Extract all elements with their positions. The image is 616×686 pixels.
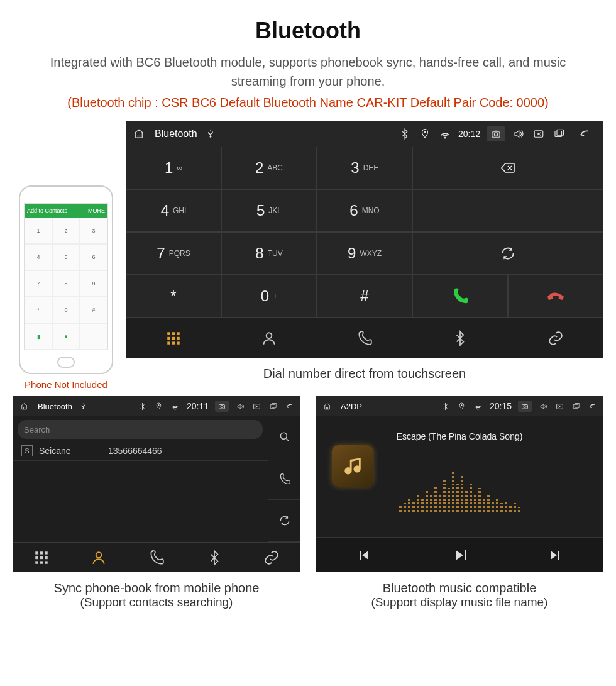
recent-apps-icon[interactable] <box>268 401 278 411</box>
page-title: Bluetooth <box>0 0 616 53</box>
page-spec: (Bluetooth chip : CSR BC6 Default Blueto… <box>0 91 616 121</box>
phone-mock-caption: Phone Not Included <box>13 374 119 390</box>
close-icon[interactable] <box>532 127 546 141</box>
home-icon[interactable] <box>132 127 146 141</box>
key-2[interactable]: 2ABC <box>221 147 317 189</box>
dialer-panel: Bluetooth 20:12 1∞2ABC3DEF4GHI5JKL6MNO7P… <box>126 121 603 358</box>
tab-pair[interactable] <box>508 318 603 358</box>
key-0[interactable]: 0+ <box>221 275 317 318</box>
key-5[interactable]: 5JKL <box>221 189 317 232</box>
tab-contacts[interactable] <box>221 318 317 358</box>
volume-icon[interactable] <box>235 401 245 411</box>
wifi-icon <box>473 401 483 411</box>
mock-bar-left: Add to Contacts <box>27 207 67 214</box>
contacts-tabs <box>13 542 300 572</box>
back-icon[interactable] <box>284 401 294 411</box>
location-icon <box>154 401 164 411</box>
key-6[interactable]: 6MNO <box>317 189 412 232</box>
tab-bluetooth[interactable] <box>185 542 243 572</box>
camera-icon[interactable] <box>215 401 229 412</box>
usb-icon <box>204 127 217 141</box>
statusbar-title: A2DP <box>338 402 362 411</box>
camera-icon[interactable] <box>518 401 532 412</box>
contact-number: 13566664466 <box>108 446 162 456</box>
key-8[interactable]: 8TUV <box>221 232 317 275</box>
key-9[interactable]: 9WXYZ <box>317 232 412 275</box>
dialer-caption: Dial number direct from touchscreen <box>126 358 603 390</box>
dialer-tabs <box>126 318 603 358</box>
mock-keypad: 123 456 789 *0# ▮●⋮ <box>25 218 107 350</box>
tab-keypad[interactable] <box>126 318 221 358</box>
recent-apps-icon[interactable] <box>571 401 581 411</box>
tab-bluetooth[interactable] <box>412 318 508 358</box>
wifi-icon <box>170 401 180 411</box>
contacts-sync-button[interactable] <box>268 500 300 542</box>
camera-icon[interactable] <box>487 126 505 141</box>
mock-bar-right: MORE <box>88 207 105 214</box>
wifi-icon <box>438 127 452 141</box>
contacts-search-button[interactable] <box>268 416 300 458</box>
statusbar-title: Bluetooth <box>35 402 72 411</box>
back-icon[interactable] <box>572 127 597 141</box>
location-icon <box>418 127 432 141</box>
tab-contacts[interactable] <box>70 542 128 572</box>
close-icon[interactable] <box>251 401 261 411</box>
contact-badge: S <box>21 445 33 456</box>
key-*[interactable]: * <box>126 275 221 318</box>
contacts-caption: Sync phone-book from mobile phone (Suppo… <box>13 572 300 618</box>
bluetooth-icon <box>398 127 412 141</box>
tab-recent-calls[interactable] <box>317 318 412 358</box>
tab-pair[interactable] <box>243 542 300 572</box>
volume-icon[interactable] <box>538 401 548 411</box>
end-call-button[interactable] <box>508 275 603 318</box>
backspace-button[interactable] <box>412 147 603 189</box>
key-1[interactable]: 1∞ <box>126 147 221 189</box>
album-art-icon <box>332 445 373 487</box>
play-pause-button[interactable] <box>412 537 508 572</box>
search-placeholder: Search <box>24 425 50 434</box>
statusbar-time: 20:12 <box>458 129 480 139</box>
key-3[interactable]: 3DEF <box>317 147 412 189</box>
next-track-button[interactable] <box>507 537 603 572</box>
music-statusbar: A2DP 20:15 <box>316 396 603 416</box>
location-icon <box>457 401 467 411</box>
home-icon[interactable] <box>322 401 332 411</box>
music-controls <box>316 537 603 572</box>
phone-mockup: Add to Contacts MORE 123 456 789 *0# ▮●⋮… <box>13 185 119 390</box>
contacts-statusbar: Bluetooth 20:11 <box>13 396 300 416</box>
search-input[interactable]: Search <box>18 420 263 439</box>
music-panel: A2DP 20:15 Escape (The Pina Colada Song) <box>316 396 603 572</box>
page-description: Integrated with BC6 Bluetooth module, su… <box>0 53 616 91</box>
call-button[interactable] <box>412 275 508 318</box>
empty-cell <box>412 189 603 232</box>
contacts-call-button[interactable] <box>268 458 300 501</box>
statusbar-time: 20:15 <box>490 401 512 411</box>
prev-track-button[interactable] <box>316 537 412 572</box>
dialer-statusbar: Bluetooth 20:12 <box>126 121 603 147</box>
statusbar-time: 20:11 <box>187 401 209 411</box>
key-7[interactable]: 7PQRS <box>126 232 221 275</box>
statusbar-title: Bluetooth <box>152 128 197 140</box>
bluetooth-icon <box>441 401 451 411</box>
bluetooth-icon <box>138 401 148 411</box>
usb-icon <box>79 401 89 411</box>
volume-icon[interactable] <box>512 127 525 141</box>
close-icon[interactable] <box>554 401 564 411</box>
contact-row[interactable]: S Seicane 13566664466 <box>13 441 268 461</box>
music-caption: Bluetooth music compatible (Support disp… <box>316 572 603 618</box>
music-track-title: Escape (The Pina Colada Song) <box>397 429 523 448</box>
redial-button[interactable] <box>412 232 603 275</box>
key-4[interactable]: 4GHI <box>126 189 221 232</box>
contact-name: Seicane <box>39 446 102 456</box>
contacts-panel: Bluetooth 20:11 Search <box>13 396 300 572</box>
home-icon[interactable] <box>19 401 29 411</box>
recent-apps-icon[interactable] <box>552 127 566 141</box>
key-#[interactable]: # <box>317 275 412 318</box>
back-icon[interactable] <box>587 401 597 411</box>
tab-keypad[interactable] <box>13 542 70 572</box>
equalizer-visual <box>399 467 520 512</box>
mock-home-button <box>57 357 75 368</box>
tab-recent-calls[interactable] <box>128 542 185 572</box>
